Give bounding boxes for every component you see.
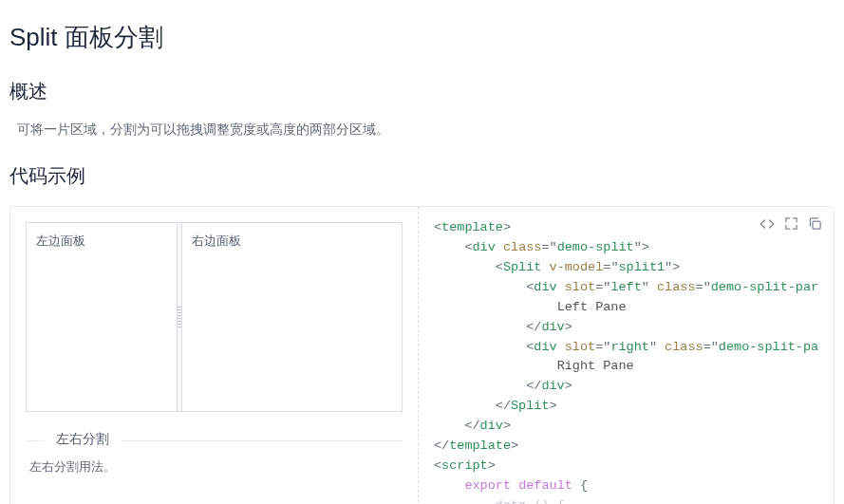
expand-icon[interactable] — [784, 216, 798, 232]
split-right-label: 右边面板 — [192, 233, 241, 248]
code-block: <template> <div class="demo-split"> <Spl… — [434, 218, 818, 504]
svg-rect-0 — [813, 221, 820, 229]
demo-title: 左右分割 — [45, 431, 121, 448]
page-title: Split 面板分割 — [9, 21, 835, 54]
split-left-pane: 左边面板 — [27, 223, 177, 411]
example-card: 左边面板 右边面板 左右分割 左右分割用法。 — [9, 206, 835, 504]
overview-text: 可将一片区域，分割为可以拖拽调整宽度或高度的两部分区域。 — [17, 121, 835, 139]
demo-split: 左边面板 右边面板 — [26, 222, 403, 412]
code-icon[interactable] — [760, 216, 775, 232]
example-demo-area: 左边面板 右边面板 左右分割 左右分割用法。 — [10, 207, 419, 504]
overview-heading: 概述 — [9, 79, 835, 104]
split-left-label: 左边面板 — [36, 233, 85, 248]
chevron-down-icon[interactable]: ⌄ — [565, 497, 579, 504]
split-right-pane: 右边面板 — [182, 223, 402, 411]
drag-handle-icon — [178, 307, 181, 327]
examples-heading: 代码示例 — [9, 163, 835, 189]
copy-icon[interactable] — [808, 216, 822, 232]
demo-description: 左右分割用法。 — [29, 458, 403, 476]
example-code-area: <template> <div class="demo-split"> <Spl… — [419, 207, 834, 504]
